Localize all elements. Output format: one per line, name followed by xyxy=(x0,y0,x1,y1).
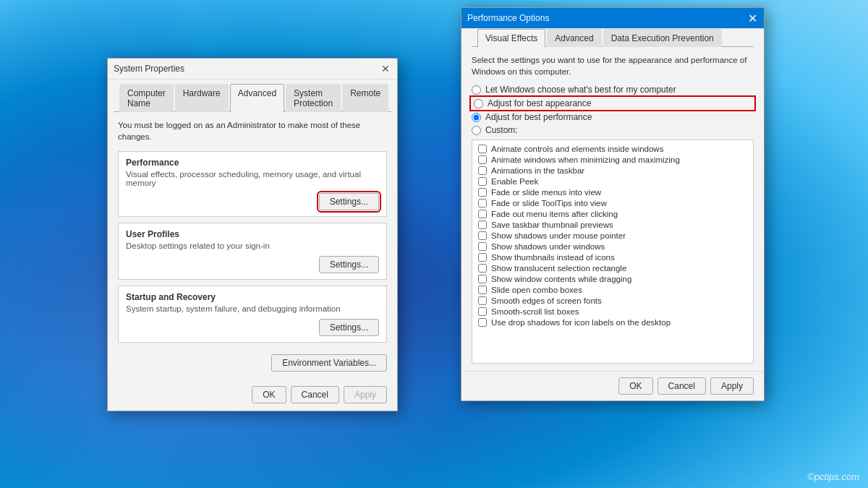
checkbox-input-12[interactable] xyxy=(478,275,487,283)
tab-system-protection[interactable]: System Protection xyxy=(286,84,341,112)
admin-info-text: You must be logged on as an Administrato… xyxy=(118,119,387,142)
checkbox-item-6[interactable]: Fade out menu items after clicking xyxy=(478,210,747,218)
checkbox-label-13: Slide open combo boxes xyxy=(491,286,582,294)
tab-data-execution-prevention[interactable]: Data Execution Prevention xyxy=(603,29,722,47)
checkbox-item-11[interactable]: Show translucent selection rectangle xyxy=(478,264,747,273)
performance-options-close-button[interactable]: ✕ xyxy=(746,12,758,24)
startup-recovery-settings-button[interactable]: Settings... xyxy=(319,319,379,336)
system-properties-cancel-button[interactable]: Cancel xyxy=(291,386,339,403)
checkbox-input-15[interactable] xyxy=(478,307,487,316)
performance-options-cancel-button[interactable]: Cancel xyxy=(658,377,706,395)
checkbox-input-8[interactable] xyxy=(478,231,487,240)
checkbox-label-10: Show thumbnails instead of icons xyxy=(491,253,615,262)
performance-options-content: Select the settings you want to use for … xyxy=(461,47,764,371)
radio-best-performance-label: Adjust for best performance xyxy=(485,112,592,122)
checkbox-input-14[interactable] xyxy=(478,296,487,305)
checkbox-input-3[interactable] xyxy=(478,177,487,186)
user-profiles-section: User Profiles Desktop settings related t… xyxy=(118,223,387,280)
checkbox-label-12: Show window contents while dragging xyxy=(491,275,631,283)
tab-visual-effects[interactable]: Visual Effects xyxy=(477,29,545,47)
checkbox-item-7[interactable]: Save taskbar thumbnail previews xyxy=(478,221,747,229)
radio-best-performance[interactable]: Adjust for best performance xyxy=(472,112,754,122)
tab-computer-name[interactable]: Computer Name xyxy=(119,84,174,112)
system-properties-title: System Properties xyxy=(114,64,184,74)
checkbox-label-8: Show shadows under mouse pointer xyxy=(491,231,626,240)
performance-options-tabs: Visual Effects Advanced Data Execution P… xyxy=(472,29,754,47)
checkbox-item-14[interactable]: Smooth edges of screen fonts xyxy=(478,296,747,305)
checkbox-item-13[interactable]: Slide open combo boxes xyxy=(478,286,747,294)
radio-let-windows[interactable]: Let Windows choose what's best for my co… xyxy=(472,85,754,95)
checkbox-input-9[interactable] xyxy=(478,242,487,251)
radio-best-appearance-input[interactable] xyxy=(474,99,483,108)
checkbox-label-9: Show shadows under windows xyxy=(491,242,605,251)
checkbox-item-12[interactable]: Show window contents while dragging xyxy=(478,275,747,283)
checkbox-item-16[interactable]: Use drop shadows for icon labels on the … xyxy=(478,318,747,327)
radio-best-appearance-label: Adjust for best appearance xyxy=(488,98,591,108)
radio-best-performance-input[interactable] xyxy=(472,113,481,122)
tab-advanced[interactable]: Advanced xyxy=(547,29,601,47)
tab-hardware[interactable]: Hardware xyxy=(175,84,229,112)
checkbox-item-3[interactable]: Enable Peek xyxy=(478,177,747,186)
performance-section-desc: Visual effects, processor scheduling, me… xyxy=(126,170,379,187)
startup-recovery-section-title: Startup and Recovery xyxy=(126,292,379,302)
checkbox-input-1[interactable] xyxy=(478,155,487,164)
user-profiles-settings-button[interactable]: Settings... xyxy=(319,256,379,273)
checkbox-input-7[interactable] xyxy=(478,221,487,229)
performance-options-ok-button[interactable]: OK xyxy=(618,377,652,395)
checkbox-item-0[interactable]: Animate controls and elements inside win… xyxy=(478,145,747,153)
checkbox-input-2[interactable] xyxy=(478,166,487,175)
radio-let-windows-label: Let Windows choose what's best for my co… xyxy=(485,85,676,95)
radio-best-appearance[interactable]: Adjust for best appearance xyxy=(472,98,754,109)
radio-custom-label: Custom: xyxy=(485,125,518,135)
checkbox-label-2: Animations in the taskbar xyxy=(491,166,584,175)
checkbox-item-4[interactable]: Fade or slide menus into view xyxy=(478,188,747,197)
system-properties-titlebar: System Properties ✕ xyxy=(108,59,397,80)
checkbox-item-1[interactable]: Animate windows when minimizing and maxi… xyxy=(478,155,747,164)
checkbox-label-14: Smooth edges of screen fonts xyxy=(491,296,602,305)
radio-let-windows-input[interactable] xyxy=(472,85,481,95)
checkbox-item-2[interactable]: Animations in the taskbar xyxy=(478,166,747,175)
checkbox-item-8[interactable]: Show shadows under mouse pointer xyxy=(478,231,747,240)
checkbox-item-9[interactable]: Show shadows under windows xyxy=(478,242,747,251)
radio-custom-input[interactable] xyxy=(472,126,481,135)
checkbox-label-4: Fade or slide menus into view xyxy=(491,188,601,197)
checkbox-item-10[interactable]: Show thumbnails instead of icons xyxy=(478,253,747,262)
performance-section-title: Performance xyxy=(126,158,379,168)
performance-section: Performance Visual effects, processor sc… xyxy=(118,151,387,217)
checkbox-label-0: Animate controls and elements inside win… xyxy=(491,145,663,153)
environment-variables-button[interactable]: Environment Variables... xyxy=(271,354,387,372)
radio-custom[interactable]: Custom: xyxy=(472,125,754,135)
checkbox-input-16[interactable] xyxy=(478,318,487,327)
startup-recovery-section: Startup and Recovery System startup, sys… xyxy=(118,286,387,343)
system-properties-dialog: System Properties ✕ Computer Name Hardwa… xyxy=(107,58,398,411)
user-profiles-section-title: User Profiles xyxy=(126,229,379,239)
checkbox-input-10[interactable] xyxy=(478,253,487,262)
performance-options-titlebar: Performance Options ✕ xyxy=(461,8,764,29)
visual-effects-checkbox-list: Animate controls and elements inside win… xyxy=(472,140,754,364)
performance-settings-button[interactable]: Settings... xyxy=(319,193,379,210)
system-properties-close-button[interactable]: ✕ xyxy=(380,63,391,74)
performance-options-apply-button[interactable]: Apply xyxy=(710,377,754,395)
checkbox-input-6[interactable] xyxy=(478,210,487,218)
checkbox-item-5[interactable]: Fade or slide ToolTips into view xyxy=(478,199,747,207)
checkbox-input-4[interactable] xyxy=(478,188,487,197)
performance-options-dialog: Performance Options ✕ Visual Effects Adv… xyxy=(461,7,765,401)
radio-group: Let Windows choose what's best for my co… xyxy=(472,85,754,135)
tab-remote[interactable]: Remote xyxy=(342,84,388,112)
performance-desc-text: Select the settings you want to use for … xyxy=(472,54,754,77)
watermark: ©pctips.com xyxy=(807,471,859,482)
performance-options-footer: OK Cancel Apply xyxy=(461,371,764,401)
checkbox-input-13[interactable] xyxy=(478,286,487,294)
checkbox-input-11[interactable] xyxy=(478,264,487,273)
system-properties-apply-button[interactable]: Apply xyxy=(344,386,387,403)
checkbox-input-0[interactable] xyxy=(478,145,487,153)
checkbox-label-3: Enable Peek xyxy=(491,177,538,186)
checkbox-input-5[interactable] xyxy=(478,199,487,207)
checkbox-item-15[interactable]: Smooth-scroll list boxes xyxy=(478,307,747,316)
user-profiles-section-desc: Desktop settings related to your sign-in xyxy=(126,241,379,250)
system-properties-ok-button[interactable]: OK xyxy=(252,386,286,403)
system-properties-tabs: Computer Name Hardware Advanced System P… xyxy=(114,84,391,112)
checkbox-label-7: Save taskbar thumbnail previews xyxy=(491,221,613,229)
tab-advanced[interactable]: Advanced xyxy=(230,84,284,112)
startup-recovery-section-desc: System startup, system failure, and debu… xyxy=(126,304,379,313)
